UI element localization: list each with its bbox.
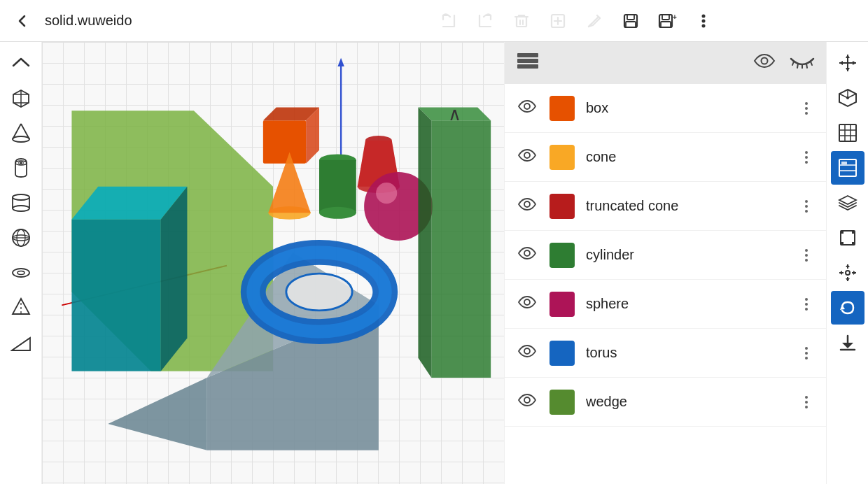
- wedge-icon[interactable]: [4, 326, 38, 360]
- eye-open-icon[interactable]: [753, 53, 776, 73]
- svg-point-29: [13, 206, 29, 211]
- layer-name: torus: [586, 345, 787, 361]
- svg-text:+: +: [673, 13, 677, 21]
- svg-rect-74: [517, 59, 538, 63]
- layer-color-swatch: [550, 194, 575, 219]
- layer-more-button[interactable]: [798, 200, 815, 213]
- layer-item: truncated cone: [505, 182, 826, 231]
- bucket-icon[interactable]: [4, 151, 38, 185]
- svg-rect-111: [841, 231, 844, 234]
- svg-point-59: [319, 207, 356, 219]
- svg-marker-109: [839, 196, 856, 204]
- svg-rect-113: [841, 242, 844, 245]
- import-icon[interactable]: [831, 326, 864, 360]
- layer-name: sphere: [586, 296, 787, 312]
- left-sidebar: [0, 42, 42, 484]
- layer-eye-icon[interactable]: [516, 99, 538, 117]
- layer-item: wedge: [505, 378, 826, 427]
- svg-marker-122: [839, 271, 842, 275]
- layer-eye-icon[interactable]: [516, 344, 538, 362]
- undo-rotate-icon[interactable]: [831, 291, 864, 325]
- add-button[interactable]: [542, 6, 573, 36]
- layer-eye-icon[interactable]: [516, 393, 538, 411]
- collapse-icon[interactable]: [4, 46, 38, 80]
- svg-line-98: [848, 94, 856, 98]
- transform-icon[interactable]: [831, 46, 864, 80]
- svg-marker-91: [846, 55, 850, 58]
- viewport[interactable]: ∧: [42, 42, 504, 484]
- torus-shape-icon[interactable]: [4, 256, 38, 290]
- delete-button[interactable]: [506, 6, 537, 36]
- svg-line-41: [12, 338, 30, 350]
- layer-eye-icon[interactable]: [516, 148, 538, 166]
- undo-button[interactable]: [433, 6, 464, 36]
- svg-rect-112: [852, 231, 855, 234]
- layer-name: truncated cone: [586, 198, 787, 214]
- viewport-svg: ∧: [42, 42, 504, 484]
- layer-name: cylinder: [586, 247, 787, 263]
- pyramid-icon[interactable]: [4, 291, 38, 325]
- layer-color-swatch: [550, 341, 575, 366]
- eye-closed-icon[interactable]: [790, 53, 815, 73]
- stack-icon[interactable]: [831, 186, 864, 220]
- layer-more-button[interactable]: [798, 347, 815, 360]
- layer-item: sphere: [505, 280, 826, 329]
- svg-marker-92: [846, 68, 850, 71]
- svg-point-85: [524, 250, 530, 256]
- svg-point-27: [20, 162, 22, 164]
- edit-button[interactable]: [579, 6, 610, 36]
- panel-header-icon: [516, 51, 540, 76]
- svg-rect-10: [626, 22, 636, 27]
- view-cube-icon[interactable]: [831, 81, 864, 115]
- globe-icon[interactable]: [4, 221, 38, 255]
- svg-rect-75: [517, 64, 538, 69]
- svg-marker-93: [839, 61, 843, 65]
- cone-shape-icon[interactable]: [4, 116, 38, 150]
- layer-color-swatch: [550, 96, 575, 121]
- svg-marker-69: [431, 120, 491, 378]
- svg-line-80: [806, 64, 807, 68]
- layer-name: box: [586, 100, 787, 116]
- layer-more-button[interactable]: [798, 151, 815, 164]
- svg-line-78: [797, 64, 798, 68]
- redo-button[interactable]: [470, 6, 500, 36]
- svg-marker-46: [71, 220, 160, 371]
- layer-eye-icon[interactable]: [516, 246, 538, 264]
- toolbar-left: solid.wuweido: [7, 6, 292, 36]
- box-3d-icon[interactable]: [4, 81, 38, 115]
- layer-item: cylinder: [505, 231, 826, 280]
- layer-more-button[interactable]: [798, 249, 815, 262]
- layer-eye-icon[interactable]: [516, 295, 538, 313]
- svg-marker-94: [853, 61, 856, 65]
- svg-point-64: [376, 183, 397, 204]
- layers-view-icon[interactable]: [831, 151, 864, 185]
- svg-point-99: [846, 97, 849, 99]
- layer-more-button[interactable]: [798, 396, 815, 408]
- save-as-button[interactable]: +: [652, 6, 682, 36]
- svg-point-115: [846, 271, 850, 275]
- back-button[interactable]: [7, 6, 38, 36]
- layer-color-swatch: [550, 292, 575, 317]
- svg-point-16: [702, 19, 706, 22]
- svg-rect-114: [852, 242, 855, 245]
- svg-rect-73: [517, 53, 538, 57]
- layer-eye-icon[interactable]: [516, 197, 538, 215]
- layer-name: cone: [586, 149, 787, 165]
- cylinder-shape-icon[interactable]: [4, 186, 38, 220]
- grid-view-icon[interactable]: [831, 116, 864, 150]
- move-icon[interactable]: [831, 256, 864, 290]
- layer-more-button[interactable]: [798, 298, 815, 311]
- svg-point-17: [702, 24, 706, 27]
- layer-more-button[interactable]: [798, 102, 815, 115]
- layer-color-swatch: [550, 390, 575, 415]
- svg-point-36: [13, 269, 29, 277]
- frame-icon[interactable]: [831, 221, 864, 255]
- save-button[interactable]: [615, 6, 646, 36]
- panel-header-actions: [753, 53, 815, 73]
- more-button[interactable]: [688, 6, 719, 36]
- layer-name: wedge: [586, 394, 787, 410]
- main-content: ∧: [0, 42, 868, 484]
- svg-rect-100: [839, 124, 856, 141]
- svg-point-83: [524, 152, 530, 158]
- svg-point-15: [702, 14, 706, 17]
